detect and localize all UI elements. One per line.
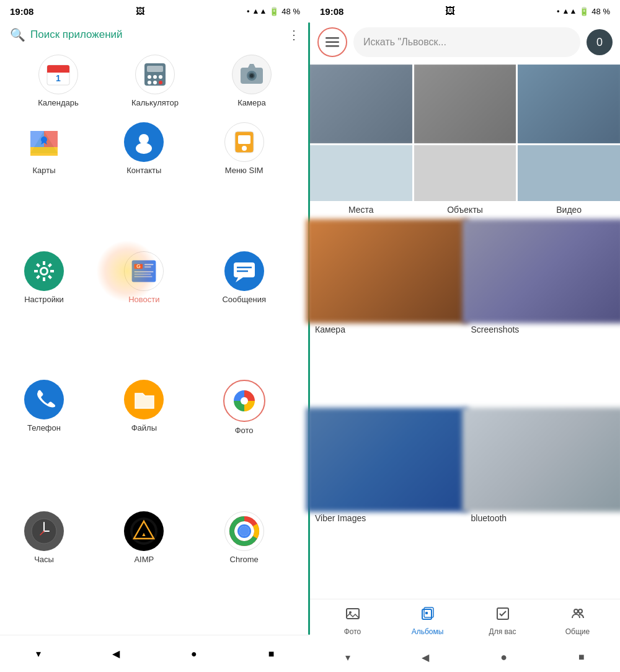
nav-shared-icon <box>570 606 585 625</box>
svg-point-27 <box>242 146 247 151</box>
svg-rect-45 <box>135 276 153 277</box>
apps-grid: Карты Контакты Меню SIM <box>0 117 310 635</box>
right-status-bar: 19:08 🖼 • ▲▲ 🔋 48 % <box>310 0 620 22</box>
svg-point-8 <box>159 75 162 79</box>
left-nav-recents[interactable]: ■ <box>268 648 275 660</box>
app-item-news[interactable]: G Новости <box>110 251 178 370</box>
svg-text:G: G <box>136 263 141 269</box>
albums-grid: Камера Screenshots Viber Images bluetoot… <box>310 222 620 599</box>
search-left: 🔍 Поиск приложений <box>10 27 123 42</box>
app-item-calendar[interactable]: 1 Календарь <box>24 55 92 107</box>
svg-rect-42 <box>144 266 151 267</box>
top-photo-2[interactable] <box>414 65 516 143</box>
app-item-maps[interactable]: Карты <box>10 122 78 241</box>
camera-album-label: Камера <box>310 321 464 339</box>
left-notification-icon: 🖼 <box>136 6 144 16</box>
search-input-field[interactable]: Искать "Львовск... <box>353 27 580 57</box>
camera-label: Камера <box>237 98 265 107</box>
maps-label: Карты <box>32 166 55 175</box>
nav-shared-tab[interactable]: Общие <box>540 606 615 636</box>
places-thumb <box>310 145 412 201</box>
nav-albums-tab[interactable]: Альбомы <box>390 606 465 636</box>
app-item-phone[interactable]: Телефон <box>10 380 78 501</box>
app-item-camera[interactable]: Камера <box>218 55 286 107</box>
contacts-icon <box>124 122 164 162</box>
video-label: Видео <box>556 201 582 220</box>
app-item-sim[interactable]: Меню SIM <box>210 122 278 241</box>
objects-label: Объекты <box>447 201 483 220</box>
category-objects[interactable]: Объекты <box>414 145 516 220</box>
album-bluetooth[interactable]: bluetooth <box>466 410 621 597</box>
calculator-label: Калькулятор <box>131 98 179 107</box>
screenshots-album-thumb <box>462 219 620 323</box>
album-screenshots[interactable]: Screenshots <box>466 222 621 408</box>
app-item-files[interactable]: Файлы <box>110 380 178 501</box>
top-icons-row: 1 Календарь Калькулятор <box>0 50 310 117</box>
right-sys-home[interactable]: ● <box>500 651 507 664</box>
news-label: Новости <box>128 295 159 304</box>
right-sys-back[interactable]: ◀ <box>422 652 429 663</box>
svg-rect-68 <box>326 45 339 47</box>
nav-foryou-label: Для вас <box>489 627 516 636</box>
app-item-aimp[interactable]: ▲ AIMP <box>110 511 178 630</box>
objects-thumb <box>414 145 516 201</box>
svg-point-51 <box>241 397 248 405</box>
avatar-button[interactable]: 0 <box>587 29 613 55</box>
right-panel: 19:08 🖼 • ▲▲ 🔋 48 % Искать "Львовск... 0 <box>310 0 620 672</box>
right-signal-icon: ▲▲ <box>562 7 577 16</box>
svg-point-24 <box>136 143 152 154</box>
avatar-label: 0 <box>596 36 603 49</box>
nav-albums-label: Альбомы <box>412 627 444 636</box>
hamburger-button[interactable] <box>317 27 347 57</box>
top-photo-1[interactable] <box>310 65 412 143</box>
app-item-chrome[interactable]: Chrome <box>210 511 278 630</box>
right-notification-icon: 🖼 <box>445 6 455 17</box>
svg-point-9 <box>148 81 151 84</box>
svg-line-37 <box>37 276 40 278</box>
nav-photos-tab[interactable]: Фото <box>315 606 390 636</box>
calendar-label: Календарь <box>38 98 79 107</box>
svg-point-65 <box>239 526 249 536</box>
bluetooth-album-label: bluetooth <box>466 509 621 528</box>
app-item-clock[interactable]: Часы <box>10 511 78 630</box>
app-item-messages[interactable]: Сообщения <box>210 251 278 370</box>
svg-point-10 <box>153 81 157 84</box>
category-video[interactable]: Видео <box>518 145 620 220</box>
right-sys-dropdown[interactable]: ▾ <box>345 652 350 663</box>
aimp-label: AIMP <box>134 555 154 564</box>
messages-label: Сообщения <box>222 295 266 304</box>
right-dot: • <box>557 7 560 16</box>
top-photos-row <box>310 65 620 145</box>
svg-rect-43 <box>135 271 154 272</box>
left-nav-home[interactable]: ● <box>191 648 197 660</box>
album-camera[interactable]: Камера <box>310 222 464 408</box>
svg-rect-67 <box>326 42 339 43</box>
svg-rect-73 <box>425 612 428 614</box>
right-sys-recents[interactable]: ■ <box>578 652 585 663</box>
camera-album-thumb <box>306 219 468 323</box>
category-places[interactable]: Места <box>310 145 412 220</box>
svg-point-75 <box>574 609 578 613</box>
more-options-icon[interactable]: ⋮ <box>288 27 300 42</box>
left-search-bar[interactable]: 🔍 Поиск приложений ⋮ <box>10 27 300 42</box>
app-item-calculator[interactable]: Калькулятор <box>121 55 189 107</box>
left-nav-dropdown[interactable]: ▾ <box>36 648 41 660</box>
left-nav-back[interactable]: ◀ <box>112 648 120 660</box>
nav-foryou-tab[interactable]: Для вас <box>465 606 540 636</box>
svg-point-7 <box>153 75 157 79</box>
app-item-contacts[interactable]: Контакты <box>110 122 178 241</box>
search-placeholder: Поиск приложений <box>30 29 123 41</box>
left-panel: 19:08 🖼 • ▲▲ 🔋 48 % 🔍 Поиск приложений ⋮… <box>0 0 310 672</box>
left-battery-text: 48 % <box>281 7 300 16</box>
album-viber[interactable]: Viber Images <box>310 410 464 597</box>
right-battery-icon: 🔋 <box>579 7 589 16</box>
top-photo-3[interactable] <box>518 65 620 143</box>
right-status-icons: • ▲▲ 🔋 48 % <box>557 7 610 16</box>
nav-shared-label: Общие <box>565 627 590 636</box>
sim-icon <box>224 122 264 162</box>
app-item-photos[interactable]: Фото <box>210 380 278 501</box>
svg-rect-41 <box>144 264 154 265</box>
app-item-settings[interactable]: Настройки <box>10 251 78 370</box>
right-battery-text: 48 % <box>591 7 610 16</box>
svg-marker-48 <box>236 277 243 282</box>
